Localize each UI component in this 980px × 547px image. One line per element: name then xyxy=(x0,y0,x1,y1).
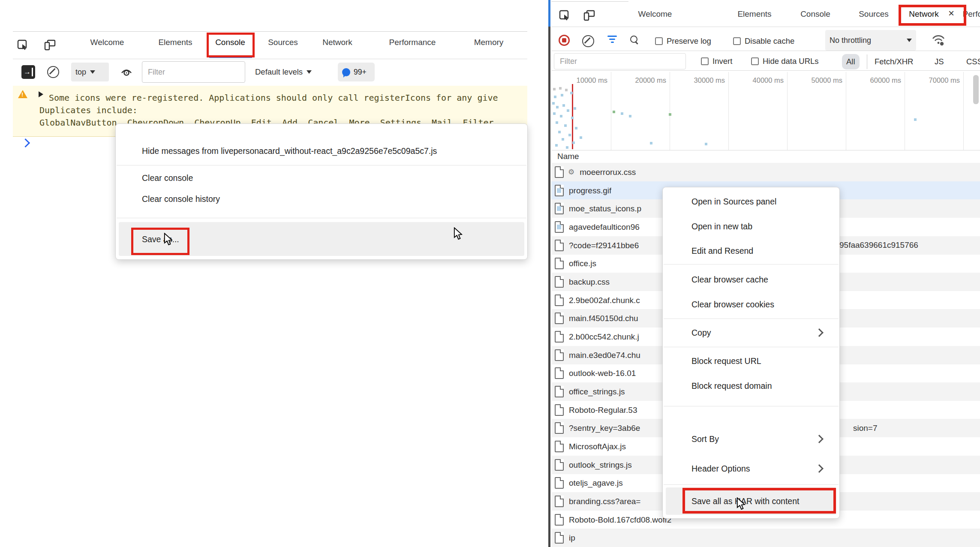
request-url-fragment: sion=7 xyxy=(853,424,878,433)
clear-console-icon[interactable] xyxy=(47,66,59,78)
file-icon xyxy=(555,532,564,544)
network-filter-input[interactable]: Filter xyxy=(554,53,686,69)
live-expression-eye-icon[interactable] xyxy=(119,65,134,79)
context-selector[interactable]: top xyxy=(71,63,109,81)
context-selector-label: top xyxy=(75,68,86,77)
filter-type-all[interactable]: All xyxy=(842,54,860,69)
request-name: moeerrorux.css xyxy=(580,168,636,177)
file-icon xyxy=(555,349,564,361)
file-icon xyxy=(555,441,564,452)
request-name: outlook-web-16.01 xyxy=(569,369,636,378)
menu-separator xyxy=(664,319,839,319)
menu-separator xyxy=(664,264,839,264)
chevron-right-icon xyxy=(815,464,824,473)
tab-welcome[interactable]: Welcome xyxy=(90,38,124,47)
checkbox-icon[interactable] xyxy=(701,57,709,65)
tab-performance[interactable]: Performance xyxy=(389,38,436,47)
menu-separator xyxy=(664,406,839,406)
checkbox-icon[interactable] xyxy=(751,57,759,65)
request-name: Roboto-Bold.167cfd08.woff2 xyxy=(569,515,671,525)
scrollbar-thumb[interactable] xyxy=(973,75,979,104)
timeline-red-marker xyxy=(572,84,573,149)
issues-counter[interactable]: 99+ xyxy=(338,63,375,81)
menu-item-clear-console-history[interactable]: Clear console history xyxy=(116,189,527,209)
disable-cache-label: Disable cache xyxy=(745,36,794,46)
issues-count-label: 99+ xyxy=(354,68,367,77)
menu-item-block-request-domain[interactable]: Block request domain xyxy=(663,376,839,396)
invert-checkbox[interactable]: Invert xyxy=(701,57,732,66)
table-row[interactable]: ip xyxy=(551,529,980,547)
network-context-menu: Open in Sources panel Open in new tab Ed… xyxy=(662,187,840,519)
expand-arrow-icon[interactable] xyxy=(39,91,43,97)
menu-item-clear-browser-cookies[interactable]: Clear browser cookies xyxy=(663,295,839,314)
warning-icon xyxy=(18,90,27,98)
throttling-label: No throttling xyxy=(830,36,871,45)
menu-item-open-in-sources[interactable]: Open in Sources panel xyxy=(663,192,839,211)
tab-memory[interactable]: Memory xyxy=(474,38,504,47)
tab-network[interactable]: Network xyxy=(322,38,352,47)
column-header-name[interactable]: Name xyxy=(557,152,579,161)
menu-separator xyxy=(117,218,526,218)
request-name: progress.gif xyxy=(569,186,611,195)
chevron-right-icon xyxy=(815,435,824,443)
annotation-box-console-tab xyxy=(207,33,255,57)
console-prompt-icon[interactable] xyxy=(21,138,30,147)
inspect-icon[interactable] xyxy=(558,9,571,21)
filter-funnel-icon[interactable] xyxy=(607,34,617,45)
clear-icon[interactable] xyxy=(582,35,594,47)
menu-item-clear-browser-cache[interactable]: Clear browser cache xyxy=(663,270,839,289)
menu-item-hide-messages[interactable]: Hide messages from livepersonacard_witho… xyxy=(116,141,527,161)
filter-type-js[interactable]: JS xyxy=(935,57,944,66)
filter-type-css[interactable]: CSS xyxy=(966,57,980,66)
device-toolbar-icon[interactable] xyxy=(582,9,596,21)
menu-item-header-options[interactable]: Header Options xyxy=(663,459,839,478)
preserve-log-checkbox[interactable]: Preserve log xyxy=(655,36,711,46)
record-icon[interactable] xyxy=(559,35,570,46)
inspect-icon[interactable] xyxy=(16,39,29,51)
hide-data-urls-label: Hide data URLs xyxy=(763,57,819,66)
table-row[interactable]: ⚙moeerrorux.css xyxy=(551,163,980,181)
tick-label: 10000 ms xyxy=(547,76,607,84)
menu-item-edit-and-resend[interactable]: Edit and Resend xyxy=(663,241,839,261)
tab-sources[interactable]: Sources xyxy=(859,9,889,19)
menu-item-sort-by[interactable]: Sort By xyxy=(663,429,839,449)
tab-console[interactable]: Console xyxy=(800,9,830,19)
checkbox-icon[interactable] xyxy=(733,37,741,45)
tab-sources[interactable]: Sources xyxy=(268,38,298,47)
hide-data-urls-checkbox[interactable]: Hide data URLs xyxy=(751,57,819,66)
tab-welcome[interactable]: Welcome xyxy=(638,9,672,19)
annotation-box-save-as xyxy=(131,228,189,255)
menu-item-copy[interactable]: Copy xyxy=(663,323,839,343)
tick-label: 40000 ms xyxy=(724,76,784,84)
menu-item-open-in-new-tab[interactable]: Open in new tab xyxy=(663,216,839,236)
console-filter-input[interactable]: Filter xyxy=(142,61,245,83)
file-icon xyxy=(555,367,564,379)
file-icon xyxy=(555,313,564,324)
request-name: Roboto-Regular.53 xyxy=(569,406,637,415)
file-icon xyxy=(555,331,564,343)
annotation-box-save-all-har xyxy=(682,488,836,514)
menu-item-clear-console[interactable]: Clear console xyxy=(116,168,527,188)
console-sidebar-icon[interactable]: → xyxy=(21,65,35,79)
tab-elements[interactable]: Elements xyxy=(158,38,192,47)
issues-bubble-icon xyxy=(342,68,350,76)
search-icon[interactable] xyxy=(630,36,639,44)
file-icon xyxy=(555,496,564,507)
annotation-box-network-tab xyxy=(899,5,966,26)
default-levels-label: Default levels xyxy=(255,67,303,77)
network-toolbar-border xyxy=(551,51,980,51)
panel-divider[interactable] xyxy=(548,27,550,547)
default-levels-dropdown[interactable]: Default levels xyxy=(255,63,312,81)
checkbox-icon[interactable] xyxy=(655,37,663,45)
network-conditions-wifi-icon[interactable] xyxy=(931,33,946,46)
device-toolbar-icon[interactable] xyxy=(43,39,57,51)
menu-item-block-request-url[interactable]: Block request URL xyxy=(663,351,839,371)
tab-elements[interactable]: Elements xyxy=(737,9,771,19)
disable-cache-checkbox[interactable]: Disable cache xyxy=(733,36,794,46)
file-icon xyxy=(555,166,564,178)
throttling-dropdown[interactable]: No throttling xyxy=(825,30,916,51)
filter-type-fetch-xhr[interactable]: Fetch/XHR xyxy=(875,57,913,66)
gear-icon: ⚙ xyxy=(568,168,574,177)
table-header-top-border xyxy=(551,150,980,150)
console-filter-placeholder: Filter xyxy=(148,68,165,77)
